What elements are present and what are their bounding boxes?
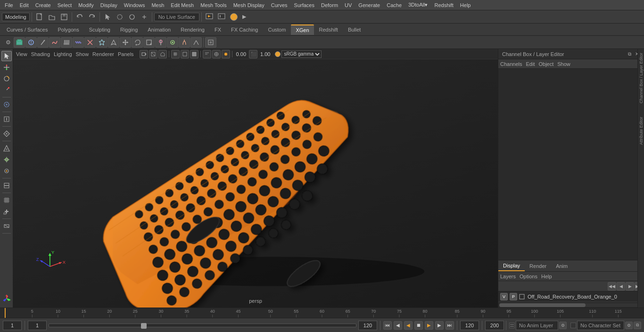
redo-btn[interactable] — [86, 12, 98, 22]
layer-menu-layers[interactable]: Layers — [500, 274, 516, 279]
tab-sculpting[interactable]: Sculpting — [84, 25, 115, 34]
menu-help[interactable]: Help — [457, 1, 474, 9]
tab-redshift[interactable]: Redshift — [314, 25, 343, 34]
snap-center-btn[interactable] — [1, 154, 12, 165]
menu-uv[interactable]: UV — [342, 1, 355, 9]
xgen-pin-btn[interactable] — [155, 37, 166, 48]
select-tool[interactable] — [1, 51, 12, 61]
layer-menu-help[interactable]: Help — [541, 274, 552, 279]
vp-grid-btn[interactable] — [171, 50, 180, 58]
vp-value1-arrow[interactable]: ⬛ — [249, 50, 257, 58]
tab-custom[interactable]: Custom — [264, 25, 291, 34]
undo-btn[interactable] — [74, 12, 85, 22]
menu-deform[interactable]: Deform — [318, 1, 341, 9]
vp-select-btn[interactable] — [149, 50, 157, 58]
vp-hud-btn[interactable] — [203, 50, 211, 58]
menu-mesh[interactable]: Mesh — [149, 1, 167, 9]
save-btn[interactable] — [58, 12, 70, 22]
layer-tab-render[interactable]: Render — [525, 261, 551, 271]
menu-modify[interactable]: Modify — [75, 1, 96, 9]
stop-btn[interactable]: ⏹ — [414, 321, 423, 330]
vp-menu-show[interactable]: Show — [76, 51, 89, 57]
menu-3dtool[interactable]: 3DtoAll▾ — [405, 1, 430, 9]
scale-tool[interactable] — [1, 85, 12, 95]
live-surface-btn[interactable]: No Live Surface — [154, 13, 199, 21]
vp-menu-panels[interactable]: Panels — [118, 51, 134, 57]
skip-to-start-btn[interactable]: ⏮ — [383, 321, 392, 330]
char-set-dropdown[interactable]: No Character Set — [577, 321, 624, 330]
cb-menu-show[interactable]: Show — [557, 61, 570, 67]
menu-mesh-tools[interactable]: Mesh Tools — [198, 1, 229, 9]
char-set-extra-btn[interactable]: ⧉ — [634, 322, 641, 329]
layer-scrollbar-h[interactable] — [498, 302, 644, 308]
anim-layer-icon[interactable] — [509, 323, 515, 328]
menu-windows[interactable]: Windows — [121, 1, 148, 9]
skip-to-end-btn[interactable]: ⏭ — [446, 321, 454, 330]
vp-persp-btn[interactable] — [158, 50, 167, 58]
vp-menu-shading[interactable]: Shading — [31, 51, 50, 57]
menu-edit[interactable]: Edit — [17, 1, 32, 9]
menu-curves[interactable]: Curves — [268, 1, 290, 9]
render-more-btn[interactable]: ▶ — [240, 13, 248, 21]
open-btn[interactable] — [46, 12, 58, 22]
snap-point-btn[interactable] — [1, 166, 12, 176]
tab-curves-surfaces[interactable]: Curves / Surfaces — [2, 25, 52, 34]
step-forward-btn[interactable]: ▶ — [435, 321, 444, 330]
range-start-input[interactable]: 1 — [28, 321, 47, 330]
paint-select-btn[interactable] — [126, 12, 138, 22]
anim-layer-dropdown[interactable]: No Anim Layer — [516, 321, 558, 330]
xgen-cut-btn[interactable] — [84, 37, 96, 48]
cb-menu-object[interactable]: Object — [538, 61, 553, 67]
show-manipulator-tool[interactable] — [1, 114, 12, 124]
xgen-settings-icon[interactable]: ⚙ — [3, 37, 13, 48]
move-tool[interactable] — [1, 62, 12, 73]
soft-select-tool[interactable] — [1, 99, 12, 110]
snap-to-grid-btn[interactable] — [139, 12, 150, 22]
current-frame-input[interactable]: 1 — [3, 321, 22, 330]
layer-tab-anim[interactable]: Anim — [551, 261, 572, 271]
menu-file[interactable]: File — [2, 1, 16, 9]
play-back-btn[interactable]: ◀ — [404, 321, 413, 330]
xgen-setdirection-btn[interactable] — [108, 37, 119, 48]
vp-gizmo-btn[interactable] — [212, 50, 221, 58]
frame-range-thumb[interactable] — [141, 323, 147, 329]
xgen-extra-btn[interactable] — [205, 37, 216, 48]
tab-polygons[interactable]: Polygons — [53, 25, 83, 34]
end-frame-input[interactable]: 120 — [460, 321, 479, 330]
xgen-scale-btn[interactable] — [143, 37, 155, 48]
menu-cache[interactable]: Cache — [384, 1, 405, 9]
char-set-icon[interactable] — [570, 323, 576, 328]
tab-animation[interactable]: Animation — [143, 25, 175, 34]
menu-redshift[interactable]: Redshift — [431, 1, 456, 9]
char-set-settings-btn[interactable]: ⚙ — [625, 322, 633, 329]
xgen-part-btn[interactable] — [190, 37, 202, 48]
vp-menu-view[interactable]: View — [16, 51, 27, 57]
vp-menu-renderer[interactable]: Renderer — [92, 51, 114, 57]
tab-fx[interactable]: FX — [210, 25, 226, 34]
xgen-clump-btn[interactable] — [179, 37, 190, 48]
xgen-freeze-btn[interactable] — [96, 37, 107, 48]
layer-playback-btn[interactable]: P — [510, 293, 517, 300]
cb-menu-edit[interactable]: Edit — [526, 61, 535, 67]
menu-create[interactable]: Create — [33, 1, 54, 9]
right-panel-float-btn[interactable]: ⧉ — [626, 51, 633, 57]
render-current-btn[interactable] — [204, 12, 215, 22]
layer-back-btn[interactable]: ◀ — [617, 282, 625, 291]
grid-btn[interactable] — [1, 195, 12, 205]
tab-rendering[interactable]: Rendering — [176, 25, 209, 34]
menu-surfaces[interactable]: Surfaces — [291, 1, 317, 9]
vp-shaded-btn[interactable] — [190, 50, 198, 58]
range-end-input[interactable]: 120 — [358, 321, 377, 330]
layer-scrollbar-thumb[interactable] — [499, 303, 586, 307]
hide-btn[interactable] — [1, 221, 12, 231]
xgen-move-btn[interactable] — [120, 37, 131, 48]
xgen-attract-btn[interactable] — [167, 37, 178, 48]
layer-forward-btn[interactable]: ▶ — [626, 282, 634, 291]
layer-row[interactable]: V P Off_Road_Recovery_Board_Orange_0 — [498, 292, 644, 302]
timeline-ruler[interactable]: 5 10 15 20 25 30 35 40 45 50 55 60 65 70… — [0, 308, 644, 318]
render-sequence-btn[interactable] — [216, 12, 227, 22]
cb-menu-channels[interactable]: Channels — [500, 61, 522, 67]
menu-display[interactable]: Display — [98, 1, 120, 9]
lasso-select-btn[interactable] — [114, 12, 125, 22]
layer-tab-display[interactable]: Display — [498, 261, 525, 271]
